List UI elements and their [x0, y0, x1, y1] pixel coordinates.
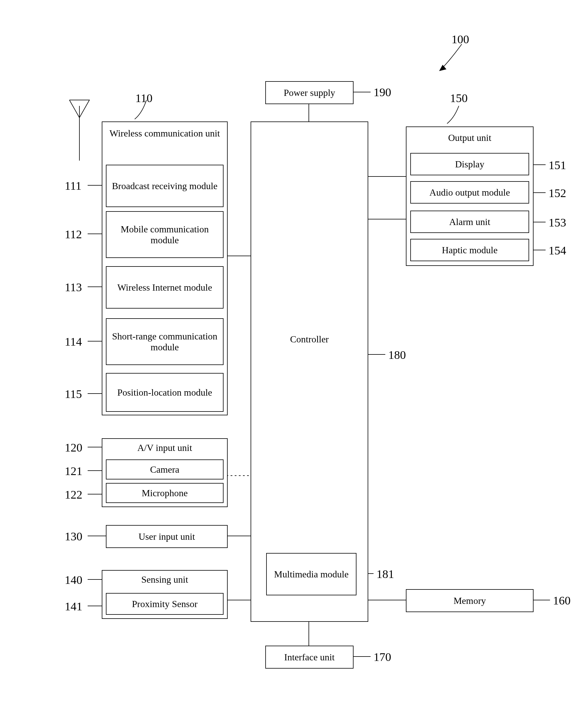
user-input-box: User input unit — [106, 525, 228, 548]
position-location-label: Position-location module — [117, 387, 212, 398]
interface-unit-box: Interface unit — [265, 646, 353, 669]
power-supply-box: Power supply — [265, 81, 353, 104]
sensing-unit-title: Sensing unit — [102, 574, 227, 585]
position-location-box: Position-location module — [106, 373, 223, 412]
short-range-box: Short-range communication module — [106, 318, 223, 365]
wireless-internet-box: Wireless Internet module — [106, 266, 223, 309]
controller-box: Controller — [250, 122, 368, 622]
controller-label: Controller — [251, 334, 368, 345]
ref-111: 111 — [65, 179, 81, 193]
alarm-unit-box: Alarm unit — [410, 211, 529, 233]
ref-114: 114 — [65, 335, 82, 348]
haptic-module-box: Haptic module — [410, 239, 529, 261]
ref-121: 121 — [65, 464, 82, 478]
memory-box: Memory — [406, 589, 534, 612]
display-box: Display — [410, 153, 529, 175]
memory-label: Memory — [454, 595, 486, 606]
ref-170: 170 — [374, 650, 391, 664]
ref-151: 151 — [549, 158, 566, 172]
svg-marker-0 — [440, 65, 446, 71]
microphone-label: Microphone — [142, 488, 188, 499]
proximity-sensor-box: Proximity Sensor — [106, 593, 223, 615]
ref-160: 160 — [553, 594, 570, 607]
haptic-module-label: Haptic module — [442, 245, 497, 256]
ref-154: 154 — [549, 243, 566, 257]
ref-190: 190 — [374, 85, 391, 99]
ref-140: 140 — [65, 573, 82, 587]
ref-141: 141 — [65, 599, 82, 613]
ref-112: 112 — [65, 227, 82, 241]
wireless-unit-title: Wireless communication unit — [102, 128, 227, 139]
output-unit-title: Output unit — [406, 132, 533, 143]
mobile-comm-box: Mobile communication module — [106, 211, 223, 258]
broadcast-receiving-box: Broadcast receiving module — [106, 165, 223, 207]
camera-label: Camera — [150, 464, 179, 475]
display-label: Display — [455, 159, 484, 170]
audio-output-label: Audio output module — [429, 187, 510, 198]
ref-150: 150 — [450, 91, 468, 105]
ref-130: 130 — [65, 529, 82, 543]
camera-box: Camera — [106, 460, 223, 479]
ref-180: 180 — [388, 348, 406, 362]
diagram-canvas: 100 Power supply 190 Controller 180 Mult… — [0, 0, 585, 728]
ref-110: 110 — [135, 91, 153, 105]
microphone-box: Microphone — [106, 483, 223, 503]
ref-181: 181 — [376, 567, 394, 581]
ref-113: 113 — [65, 280, 82, 294]
av-input-title: A/V input unit — [102, 442, 227, 453]
figure-ref-100: 100 — [451, 32, 469, 46]
wireless-internet-label: Wireless Internet module — [117, 282, 212, 293]
short-range-label: Short-range communication module — [106, 331, 223, 353]
user-input-label: User input unit — [138, 531, 195, 542]
alarm-unit-label: Alarm unit — [449, 216, 490, 227]
ref-120: 120 — [65, 441, 82, 454]
broadcast-receiving-label: Broadcast receiving module — [112, 181, 218, 191]
ref-153: 153 — [549, 216, 566, 229]
proximity-sensor-label: Proximity Sensor — [132, 599, 197, 609]
power-supply-label: Power supply — [284, 87, 335, 98]
mobile-comm-label: Mobile communication module — [106, 224, 223, 245]
ref-115: 115 — [65, 387, 82, 401]
interface-unit-label: Interface unit — [284, 652, 335, 663]
ref-122: 122 — [65, 488, 82, 501]
audio-output-box: Audio output module — [410, 181, 529, 204]
multimedia-box: Multimedia module — [266, 553, 356, 595]
ref-152: 152 — [549, 186, 566, 200]
multimedia-label: Multimedia module — [274, 569, 348, 580]
